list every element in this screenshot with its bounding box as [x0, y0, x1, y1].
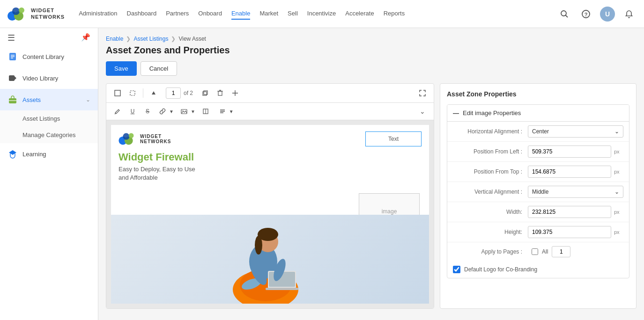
avatar-button[interactable]: U [600, 7, 615, 22]
collapse-button[interactable]: ⌄ [416, 105, 429, 118]
notifications-button[interactable] [622, 7, 637, 22]
h-align-select[interactable]: Center ⌄ [528, 125, 623, 138]
fullscreen-button[interactable] [416, 87, 429, 100]
nav-reports[interactable]: Reports [384, 8, 405, 20]
prop-vertical-alignment: Vertical Alignment : Middle ⌄ [447, 182, 629, 202]
page-number-input[interactable] [166, 87, 181, 99]
content-area: Enable ❯ Asset Listings ❯ View Asset Ass… [98, 28, 644, 320]
pos-top-input[interactable] [528, 166, 611, 178]
nav-enable[interactable]: Enable [231, 8, 250, 20]
nav-accelerate[interactable]: Accelerate [345, 8, 374, 20]
toolbar-separator-1 [143, 88, 143, 98]
underline-button[interactable]: U [126, 105, 139, 118]
editor-canvas[interactable]: WIDGET NETWORKS Text Widget Firewall Eas… [106, 120, 434, 308]
height-input[interactable] [528, 226, 611, 238]
nav-partners[interactable]: Partners [166, 8, 189, 20]
svg-point-38 [129, 133, 134, 138]
apply-pages-label: Apply to Pages : [453, 248, 528, 255]
width-unit: px [614, 209, 623, 215]
sidebar-item-video-library[interactable]: Video Library [0, 67, 98, 89]
logo-text: WIDGETNETWORKS [31, 7, 65, 20]
page-of-label: of 2 [184, 90, 193, 96]
svg-point-3 [19, 7, 24, 13]
align-button[interactable] [216, 105, 229, 118]
book-icon [7, 51, 18, 62]
pencil-tool-button[interactable] [111, 105, 124, 118]
sidebar-item-video-library-label: Video Library [22, 75, 90, 82]
resize-button[interactable] [199, 105, 212, 118]
search-button[interactable] [557, 7, 572, 22]
nav-administration[interactable]: Administration [79, 8, 117, 20]
pos-left-input[interactable] [528, 145, 611, 158]
sidebar-item-asset-listings[interactable]: Asset Listings [0, 110, 98, 127]
pos-top-label: Position From Top : [453, 168, 528, 175]
sidebar-item-learning[interactable]: Learning [0, 143, 98, 165]
chevron-up-icon: ⌄ [86, 96, 90, 103]
width-label: Width: [453, 209, 528, 215]
prev-page-button[interactable] [147, 87, 160, 100]
nav-links: Administration Dashboard Partners Onboar… [79, 8, 557, 20]
select-tool-button[interactable] [111, 87, 124, 100]
next-page-button[interactable] [199, 87, 212, 100]
height-control: px [528, 226, 623, 238]
nav-incentivize[interactable]: Incentivize [307, 8, 336, 20]
move-button[interactable] [229, 87, 242, 100]
section-title-label: Edit image Properties [463, 109, 521, 116]
nav-sell[interactable]: Sell [288, 8, 298, 20]
breadcrumb-enable[interactable]: Enable [106, 36, 123, 42]
prop-apply-pages: Apply to Pages : All [447, 242, 629, 261]
link-button[interactable] [156, 105, 169, 118]
hamburger-icon[interactable]: ☰ [7, 33, 15, 43]
sidebar-top-controls: ☰ 📌 [0, 28, 98, 46]
sidebar-item-manage-categories[interactable]: Manage Categories [0, 127, 98, 143]
nav-onboard[interactable]: Onboard [198, 8, 222, 20]
prop-default-logo: Default Logo for Co-Branding [447, 261, 629, 278]
breadcrumb-sep-2: ❯ [171, 36, 176, 42]
cancel-button[interactable]: Cancel [141, 61, 177, 76]
nav-dashboard[interactable]: Dashboard [127, 8, 157, 20]
canvas-text-zone[interactable]: Text [365, 131, 422, 146]
properties-section: — Edit image Properties Horizontal Align… [447, 104, 629, 278]
sidebar-item-assets[interactable]: Assets ⌄ [0, 89, 98, 110]
bell-icon [625, 10, 633, 18]
editor-toolbar-format: U S ▼ [106, 103, 434, 120]
apply-page-input[interactable] [552, 246, 570, 257]
pos-left-control: px [528, 145, 623, 158]
apply-all-label: All [542, 248, 548, 255]
breadcrumb-asset-listings[interactable]: Asset Listings [133, 36, 168, 42]
svg-marker-13 [15, 76, 16, 80]
svg-rect-49 [266, 288, 298, 290]
prop-horizontal-alignment: Horizontal Alignment : Center ⌄ [447, 122, 629, 142]
chevron-down-icon-2: ⌄ [614, 189, 619, 195]
width-input[interactable] [528, 206, 611, 218]
apply-all-checkbox[interactable] [532, 248, 538, 255]
pos-top-unit: px [614, 169, 623, 175]
logo-svg [7, 6, 28, 22]
help-button[interactable]: ? [578, 7, 593, 22]
sidebar-item-content-library[interactable]: Content Library [0, 46, 98, 67]
image-button[interactable] [178, 105, 191, 118]
nav-market[interactable]: Market [259, 8, 278, 20]
section-header[interactable]: — Edit image Properties [447, 105, 629, 122]
save-button[interactable]: Save [106, 61, 137, 76]
breadcrumb-view-asset: View Asset [178, 36, 206, 42]
align-icon [219, 108, 226, 115]
v-align-label: Vertical Alignment : [453, 189, 528, 195]
image-icon [181, 108, 187, 115]
delete-page-button[interactable] [214, 87, 227, 100]
svg-point-37 [123, 133, 129, 140]
default-logo-label: Default Logo for Co-Branding [464, 266, 537, 273]
resize-icon [202, 108, 209, 115]
strikethrough-button[interactable]: S [141, 105, 154, 118]
v-align-select[interactable]: Middle ⌄ [528, 186, 623, 198]
page-nav: of 2 [166, 87, 193, 99]
crop-tool-button[interactable] [126, 87, 139, 100]
canvas-body: Widget Firewall Easy to Deploy, Easy to … [111, 151, 429, 187]
default-logo-checkbox[interactable] [453, 266, 460, 273]
svg-line-5 [566, 15, 568, 17]
prop-position-left: Position From Left : px [447, 142, 629, 162]
canvas-headline: Widget Firewall [118, 151, 422, 163]
properties-panel-title: Asset Zone Properties [447, 90, 629, 98]
svg-rect-12 [9, 75, 15, 81]
pin-icon[interactable]: 📌 [81, 33, 90, 43]
